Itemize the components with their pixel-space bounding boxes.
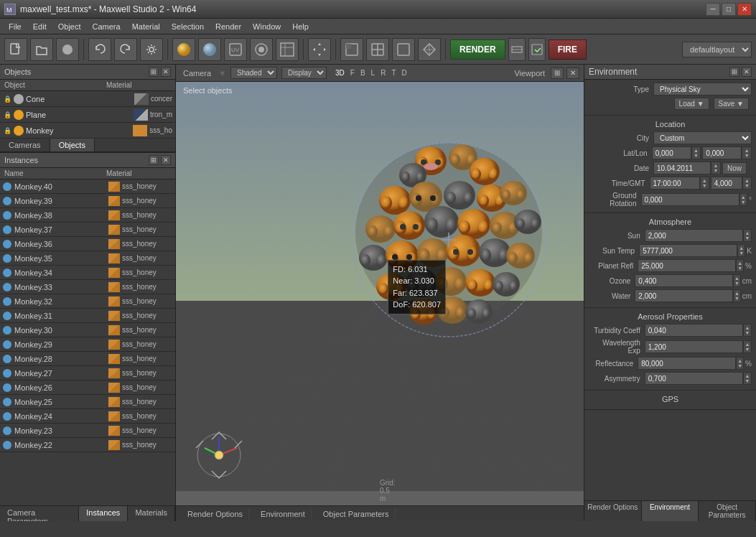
instance-row[interactable]: Monkey.35 sss_honey [0,251,175,266]
lon-spinner[interactable]: ▲▼ [742,146,752,159]
open-button[interactable] [30,38,53,61]
viewport-r[interactable]: R [381,69,386,77]
load-button[interactable]: Load ▼ [674,98,709,110]
object-row-cone[interactable]: 🔒 Cone concer [0,91,175,107]
instance-row[interactable]: Monkey.32 sss_honey [0,294,175,309]
groundrot-spinner[interactable]: ▲▼ [739,193,748,206]
gmt-input[interactable] [711,177,742,190]
menu-selection[interactable]: Selection [166,21,210,32]
fire-button[interactable]: FIRE [549,39,587,60]
instance-row[interactable]: Monkey.28 sss_honey [0,352,175,366]
close-button[interactable]: ✕ [737,3,752,16]
instance-row[interactable]: Monkey.29 sss_honey [0,337,175,352]
time-spinner[interactable]: ▲▼ [700,177,709,190]
undo-button[interactable] [88,38,111,61]
tab-camera-params[interactable]: Camera Parameters [0,506,79,521]
uv-button[interactable]: UV [224,38,247,61]
objects-panel-close[interactable]: ✕ [161,67,171,77]
minimize-button[interactable]: ─ [706,3,720,16]
instance-row[interactable]: Monkey.38 sss_honey [0,208,175,223]
viewport-b[interactable]: B [360,69,365,77]
turbcoeff-spinner[interactable]: ▲▼ [743,324,752,337]
type-dropdown[interactable]: Physical Sky [653,83,752,95]
view-btn-4[interactable] [418,38,441,61]
status-environment[interactable]: Environment [255,508,312,520]
bake-button[interactable] [250,38,273,61]
lon-input[interactable] [702,146,742,159]
viewport-display-dropdown[interactable]: Display [281,67,327,79]
instance-row[interactable]: Monkey.22 sss_honey [0,438,175,452]
instances-list[interactable]: Monkey.40 sss_honey Monkey.39 sss_honey … [0,179,175,505]
instance-row[interactable]: Monkey.39 sss_honey [0,194,175,208]
now-button[interactable]: Now [722,162,747,174]
city-dropdown[interactable]: Custom [653,131,752,144]
menu-file[interactable]: File [3,21,27,32]
suntemp-input[interactable] [639,244,737,257]
new-button[interactable] [4,38,27,61]
instance-row[interactable]: Monkey.36 sss_honey [0,237,175,251]
render-option-1[interactable] [508,38,526,61]
sun-spinner[interactable]: ▲▼ [743,229,752,242]
tab-render-options[interactable]: Render Options [584,501,642,521]
viewport-t[interactable]: T [391,69,396,77]
date-spinner[interactable]: ▲▼ [711,162,721,174]
object-row-plane[interactable]: 🔒 Plane tron_m [0,107,175,123]
viewport-f[interactable]: F [350,69,355,77]
asymmetry-input[interactable] [645,372,743,385]
instances-panel-close[interactable]: ✕ [161,155,171,165]
objects-panel-dock[interactable]: ⊞ [149,67,159,77]
reflectance-input[interactable] [638,357,736,370]
instance-row[interactable]: Monkey.37 sss_honey [0,223,175,237]
right-panel-close[interactable]: ✕ [742,67,752,77]
reflectance-spinner[interactable]: ▲▼ [736,357,744,370]
instance-row[interactable]: Monkey.26 sss_honey [0,380,175,395]
render-option-2[interactable] [528,38,546,61]
instance-row[interactable]: Monkey.34 sss_honey [0,266,175,280]
water-spinner[interactable]: ▲▼ [733,289,740,302]
viewport-close-btn[interactable]: ✕ [566,67,579,79]
view-btn-3[interactable] [392,38,415,61]
menu-edit[interactable]: Edit [27,21,52,32]
menu-window[interactable]: Window [247,21,286,32]
sphere-button[interactable] [56,38,79,61]
water-input[interactable] [635,289,733,302]
instance-row[interactable]: Monkey.40 sss_honey [0,179,175,194]
render-button[interactable]: RENDER [450,39,505,60]
lat-input[interactable] [652,146,691,159]
asymmetry-spinner[interactable]: ▲▼ [743,372,752,385]
instance-row[interactable]: Monkey.30 sss_honey [0,323,175,337]
menu-object[interactable]: Object [52,21,87,32]
tab-object-parameters[interactable]: Object Parameters [699,501,756,521]
maximize-button[interactable]: □ [722,3,736,16]
object-row-monkey[interactable]: 🔒 Monkey sss_ho [0,123,175,139]
gmt-spinner[interactable]: ▲▼ [742,177,752,190]
tab-cameras[interactable]: Cameras [0,139,50,151]
status-render-options[interactable]: Render Options [182,508,249,520]
view-btn-2[interactable] [366,38,389,61]
time-input[interactable] [650,177,700,190]
view-btn-1[interactable] [340,38,363,61]
layout-dropdown[interactable]: defaultlayout [682,42,752,57]
turbcoeff-input[interactable] [645,324,743,337]
ozone-spinner[interactable]: ▲▼ [733,274,740,287]
lat-spinner[interactable]: ▲▼ [691,146,701,159]
menu-camera[interactable]: Camera [87,21,126,32]
status-object-params[interactable]: Object Parameters [317,508,396,520]
wavelength-input[interactable] [645,340,743,353]
glass-sphere-button[interactable] [198,38,221,61]
tab-materials[interactable]: Materials [128,506,175,521]
date-input[interactable] [653,162,711,174]
viewport-3d[interactable]: 3D [335,69,345,77]
groundrot-input[interactable] [641,193,739,206]
tab-instances[interactable]: Instances [79,506,128,521]
viewport-shaded-dropdown[interactable]: Shaded [230,67,277,79]
viewport-d[interactable]: D [402,69,407,77]
instance-row[interactable]: Monkey.25 sss_honey [0,395,175,409]
settings-button[interactable] [140,38,163,61]
sun-input[interactable] [645,229,743,242]
sphere-material-button[interactable] [172,38,195,61]
instance-row[interactable]: Monkey.33 sss_honey [0,280,175,294]
viewport-dock-btn[interactable]: ⊞ [551,67,564,79]
instance-row[interactable]: Monkey.27 sss_honey [0,366,175,380]
planetrefl-spinner[interactable]: ▲▼ [736,259,744,272]
